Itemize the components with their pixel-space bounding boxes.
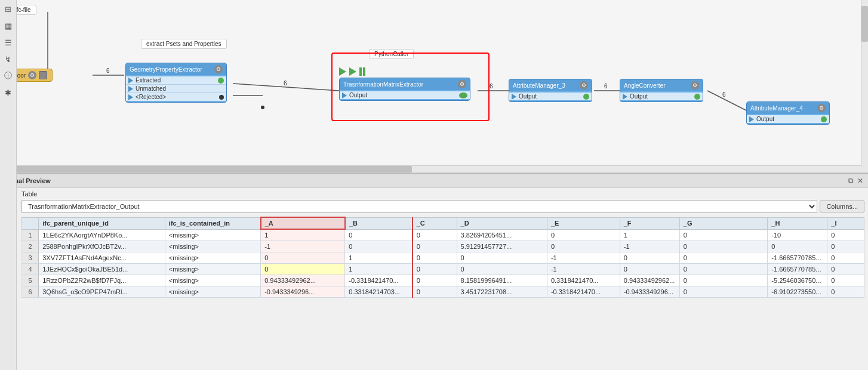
- table-row: 11LE6c2YKAorgtAYnDP8Ko...<missing>1003.8…: [22, 229, 864, 241]
- pause-icon[interactable]: [359, 67, 365, 76]
- attr3-node[interactable]: AttributeManager_3 ⚙ Output: [509, 79, 592, 102]
- cell-rownum: 5: [22, 275, 39, 286]
- canvas-hscroll-thumb[interactable]: [6, 166, 412, 172]
- cell-a: 0.94333492962...: [261, 275, 345, 286]
- cell-e: 0: [547, 229, 620, 241]
- col-header-ifc-parent: ifc_parent_unique_id: [39, 217, 165, 229]
- col-header-g: _G: [679, 217, 768, 229]
- col-header-d: _D: [457, 217, 547, 229]
- col-header-b: _B: [345, 217, 413, 229]
- cell-b: 0: [345, 241, 413, 252]
- attr3-label: AttributeManager_3: [513, 82, 565, 89]
- cell-c: 0: [413, 275, 457, 286]
- preview-content: Table TrasnformationMatrixExtractor_Outp…: [0, 188, 868, 370]
- trans-output-circle: [459, 92, 467, 98]
- columns-button[interactable]: Columns...: [820, 201, 864, 212]
- attr4-gear-icon[interactable]: ⚙: [817, 104, 826, 112]
- play-buttons-group[interactable]: [339, 67, 365, 76]
- gear-icon[interactable]: ⚙: [28, 71, 36, 79]
- cell-ifc-contained: <missing>: [165, 264, 260, 275]
- col-header-c: _C: [413, 217, 457, 229]
- table-dropdown[interactable]: TrasnformationMatrixExtractor_Output: [21, 200, 817, 213]
- col-header-a: _A: [261, 217, 345, 229]
- cell-d: 0: [457, 264, 547, 275]
- cell-ifc-parent: 1JEzHOCx$goiOkaJBE51d...: [39, 264, 165, 275]
- cell-rownum: 4: [22, 264, 39, 275]
- preview-body: ⊞ ▦ ☰ ↯ ⓘ ✱ Table TrasnformationMatrixEx…: [0, 188, 868, 370]
- play-icon[interactable]: [339, 67, 346, 76]
- cell-a: -1: [261, 241, 345, 252]
- preview-icons: ⧉ ✕: [848, 177, 863, 185]
- cell-c: 0: [413, 229, 457, 241]
- dropdown-bar: TrasnformationMatrixExtractor_Output Col…: [21, 200, 864, 213]
- play-icon-2[interactable]: [349, 67, 356, 76]
- restore-icon[interactable]: ⧉: [848, 177, 854, 185]
- rejected-port-dot: [219, 95, 224, 100]
- attr3-gear-icon[interactable]: ⚙: [580, 81, 588, 90]
- col-header-ifc-contained: ifc_is_contained_in: [165, 217, 260, 229]
- cell-c: 0: [413, 241, 457, 252]
- canvas-vscroll[interactable]: [861, 0, 868, 167]
- extract-label: extract Psets and Properties: [141, 39, 227, 49]
- col-header-rownum: [22, 217, 39, 229]
- cell-i: 0: [827, 252, 864, 264]
- col-header-i: _I: [827, 217, 864, 229]
- cell-a: 0: [261, 264, 345, 275]
- geo-gear-icon[interactable]: ⚙: [214, 65, 223, 73]
- cell-g: 0: [679, 275, 768, 286]
- angle-label: AngleConverter: [624, 82, 665, 89]
- table-row: 63Q6hsG_o$cO9PEP47mRl...<missing>-0.9433…: [22, 286, 864, 298]
- trans-gear-icon[interactable]: ⚙: [458, 80, 466, 88]
- attr4-node[interactable]: AttributeManager_4 ⚙ Output: [746, 101, 830, 125]
- angle-node[interactable]: AngleConverter ⚙ Output: [620, 79, 703, 102]
- geo-node[interactable]: GeometryPropertyExtractor ⚙ Extracted Un…: [125, 63, 227, 103]
- table-container[interactable]: ifc_parent_unique_id ifc_is_contained_in…: [21, 217, 864, 368]
- canvas-vscroll-thumb[interactable]: [861, 6, 868, 42]
- trans-node[interactable]: TrasnformationMatrixExtractor ⚙ Output: [339, 78, 470, 101]
- cell-d: 8.15819996491...: [457, 275, 547, 286]
- attr3-port-output: Output: [509, 92, 592, 100]
- workflow-canvas[interactable]: ort ifc-file extract Psets and Propertie…: [0, 0, 868, 173]
- canvas-hscroll[interactable]: [0, 165, 868, 172]
- cell-d: 5.91291457727...: [457, 241, 547, 252]
- svg-text:6: 6: [106, 67, 110, 74]
- cell-a: -0.9433349296...: [261, 286, 345, 298]
- cell-a: 0: [261, 252, 345, 264]
- cell-g: 0: [679, 286, 768, 298]
- table-row: 22588PonhgIPkrXfOJcBT2v...<missing>-1005…: [22, 241, 864, 252]
- angle-output-circle: [694, 94, 700, 100]
- angle-gear-icon[interactable]: ⚙: [691, 81, 699, 90]
- cell-h: -10: [768, 229, 827, 241]
- cell-h: -1.6665770785...: [768, 252, 827, 264]
- cell-g: 0: [679, 241, 768, 252]
- cell-d: 3.82694205451...: [457, 229, 547, 241]
- cell-f: 0: [620, 264, 679, 275]
- col-header-h: _H: [768, 217, 827, 229]
- table-body: 11LE6c2YKAorgtAYnDP8Ko...<missing>1003.8…: [22, 229, 864, 298]
- angle-port-output: Output: [620, 92, 703, 100]
- cell-b: 0: [345, 229, 413, 241]
- cell-i: 0: [827, 286, 864, 298]
- cell-ifc-parent: 2588PonhgIPkrXfOJcBT2v...: [39, 241, 165, 252]
- angle-port-triangle: [623, 94, 627, 100]
- cell-ifc-contained: <missing>: [165, 275, 260, 286]
- attr4-port-output: Output: [747, 115, 829, 123]
- cell-c: 0: [413, 264, 457, 275]
- trans-node-label: TrasnformationMatrixExtractor: [343, 81, 423, 88]
- svg-point-5: [261, 106, 264, 109]
- close-icon[interactable]: ✕: [857, 177, 863, 185]
- cell-e: -1: [547, 264, 620, 275]
- table-header-row: ifc_parent_unique_id ifc_is_contained_in…: [22, 217, 864, 229]
- cell-ifc-parent: 3XV7ZFT1AsFNd4AgexNc...: [39, 252, 165, 264]
- cell-b: 1: [345, 252, 413, 264]
- cell-e: -0.3318421470...: [547, 286, 620, 298]
- table-section: Table TrasnformationMatrixExtractor_Outp…: [18, 188, 868, 370]
- table-row: 41JEzHOCx$goiOkaJBE51d...<missing>0100-1…: [22, 264, 864, 275]
- trans-port-output: Output: [340, 91, 470, 99]
- cell-b: -0.3318421470...: [345, 275, 413, 286]
- cell-h: -1.6665770785...: [768, 264, 827, 275]
- geo-node-label: GeometryPropertyExtractor: [130, 66, 202, 73]
- cell-f: -0.9433349296...: [620, 286, 679, 298]
- geo-port-unmatched: Unmatched: [126, 84, 226, 92]
- cell-rownum: 2: [22, 241, 39, 252]
